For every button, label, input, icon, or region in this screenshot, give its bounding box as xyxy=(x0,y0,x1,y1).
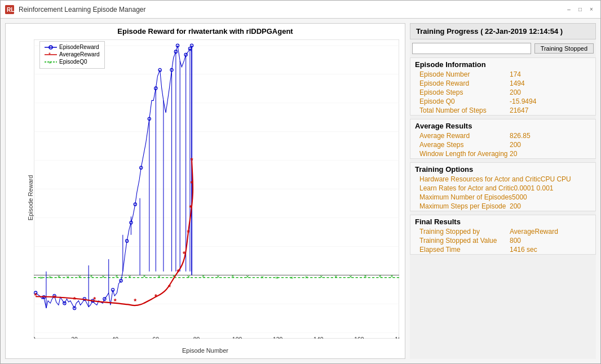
info-row: Elapsed Time1416 sec xyxy=(410,245,595,254)
info-label: Window Length for Averaging xyxy=(419,150,510,158)
info-value: 1494 xyxy=(510,79,525,87)
info-value: 200 xyxy=(510,202,521,210)
info-row: Total Number of Steps21647 xyxy=(410,106,595,115)
progress-bar-row: Training Stopped xyxy=(410,43,596,54)
svg-text:×: × xyxy=(364,272,366,278)
info-row: Average Reward826.85 xyxy=(410,131,595,140)
svg-text:×: × xyxy=(216,273,219,279)
info-label: Episode Q0 xyxy=(419,97,510,105)
app-icon: RL xyxy=(5,5,14,14)
svg-text:×: × xyxy=(115,272,118,278)
svg-text:×: × xyxy=(390,272,393,278)
svg-text:RL: RL xyxy=(7,7,14,13)
info-value: -15.9494 xyxy=(510,97,536,105)
training-progress-header: Training Progress ( 22-Jan-2019 12:14:54… xyxy=(410,23,596,39)
chart-title: Episode Reward for rlwatertank with rlDD… xyxy=(6,24,405,37)
final-results-rows: Training Stopped byAverageRewardTraining… xyxy=(410,227,595,254)
legend-item-episodeq0: × EpisodeQ0 xyxy=(45,59,100,65)
right-panel: Training Progress ( 22-Jan-2019 12:14:54… xyxy=(410,23,596,359)
average-results-rows: Average Reward826.85Average Steps200Wind… xyxy=(410,131,595,158)
svg-text:×: × xyxy=(320,273,322,279)
titlebar: RL Reinforcement Learning Episode Manage… xyxy=(1,1,600,19)
svg-text:×: × xyxy=(58,273,60,279)
svg-text:×: × xyxy=(290,274,293,281)
svg-text:*: * xyxy=(154,292,157,300)
close-button[interactable]: × xyxy=(587,5,596,14)
legend-item-episode-reward: EpisodeReward xyxy=(45,44,100,50)
svg-text:×: × xyxy=(246,273,249,279)
svg-text:*: * xyxy=(73,295,76,304)
average-results-title: Average Results xyxy=(410,119,595,131)
info-label: Maximum Number of Episodes xyxy=(419,193,512,201)
progress-bar xyxy=(412,43,531,54)
svg-text:×: × xyxy=(90,272,92,278)
minimize-button[interactable]: – xyxy=(564,5,573,14)
info-row: Episode Q0-15.9494 xyxy=(410,97,595,106)
x-axis-label: Episode Number xyxy=(182,347,228,354)
svg-text:×: × xyxy=(378,272,381,278)
info-value: CPU CPU xyxy=(541,175,571,183)
svg-text:140: 140 xyxy=(313,336,323,339)
legend-item-average-reward: * AverageReward xyxy=(45,51,100,57)
svg-text:×: × xyxy=(349,273,352,279)
training-options-title: Training Options xyxy=(410,163,595,175)
svg-text:×: × xyxy=(101,273,104,279)
training-options-section: Training Options Hardware Resources for … xyxy=(410,162,596,211)
info-row: Average Steps200 xyxy=(410,140,595,149)
info-value: 20 xyxy=(510,150,517,158)
chart-svg: 1600 1400 1200 1000 800 600 400 200 0 -2… xyxy=(34,39,399,339)
svg-text:*: * xyxy=(189,203,192,212)
svg-text:*: * xyxy=(114,297,117,305)
svg-text:*: * xyxy=(48,52,51,57)
info-value: AverageReward xyxy=(510,228,558,236)
svg-text:*: * xyxy=(168,283,171,291)
info-value: 200 xyxy=(510,88,521,96)
chart-area: Episode Reward Episode Number EpisodeRew… xyxy=(6,37,405,358)
svg-text:*: * xyxy=(134,297,136,305)
chart-legend: EpisodeReward * AverageReward × EpisodeQ… xyxy=(39,41,105,69)
svg-text:80: 80 xyxy=(193,336,200,339)
svg-text:*: * xyxy=(183,249,185,258)
y-axis-label: Episode Reward xyxy=(27,175,34,220)
svg-text:*: * xyxy=(53,294,56,302)
info-row: Episode Steps200 xyxy=(410,88,595,97)
svg-text:×: × xyxy=(48,60,51,65)
info-row: Maximum Steps per Episode200 xyxy=(410,202,595,211)
episode-info-section: Episode Information Episode Number174Epi… xyxy=(410,57,596,116)
legend-label-average-reward: AverageReward xyxy=(59,51,100,57)
info-label: Average Reward xyxy=(419,132,510,140)
info-value: 0.0001 0.001 xyxy=(514,184,553,192)
maximize-button[interactable]: □ xyxy=(576,5,585,14)
svg-text:60: 60 xyxy=(153,336,160,339)
info-row: Window Length for Averaging20 xyxy=(410,149,595,158)
info-label: Learn Rates for Actor and Critic xyxy=(419,184,514,192)
info-label: Episode Steps xyxy=(419,88,510,96)
svg-text:*: * xyxy=(187,228,189,237)
svg-text:180: 180 xyxy=(395,336,399,339)
info-label: Average Steps xyxy=(419,141,510,149)
svg-text:0: 0 xyxy=(34,336,36,339)
window-title: Reinforcement Learning Episode Manager xyxy=(19,6,564,14)
average-results-section: Average Results Average Reward826.85Aver… xyxy=(410,119,596,159)
info-value: 174 xyxy=(510,70,521,78)
svg-text:×: × xyxy=(143,272,145,278)
training-stopped-button[interactable]: Training Stopped xyxy=(534,43,594,54)
svg-text:*: * xyxy=(34,291,37,300)
svg-text:*: * xyxy=(191,179,193,188)
info-row: Training Stopped byAverageReward xyxy=(410,227,595,236)
info-value: 826.85 xyxy=(510,132,531,140)
info-label: Training Stopped by xyxy=(419,228,510,236)
svg-text:*: * xyxy=(177,268,180,276)
chart-panel: Episode Reward for rlwatertank with rlDD… xyxy=(5,23,405,359)
info-value: 21647 xyxy=(510,106,528,114)
training-options-rows: Hardware Resources for Actor and CriticC… xyxy=(410,175,595,211)
svg-text:20: 20 xyxy=(71,336,78,339)
svg-text:100: 100 xyxy=(232,336,242,339)
svg-text:×: × xyxy=(305,274,308,280)
info-row: Episode Number174 xyxy=(410,70,595,79)
final-results-section: Final Results Training Stopped byAverage… xyxy=(410,215,596,255)
info-label: Training Stopped at Value xyxy=(419,237,510,245)
window-controls: – □ × xyxy=(564,5,596,14)
svg-text:*: * xyxy=(191,156,193,165)
svg-text:120: 120 xyxy=(273,336,282,339)
